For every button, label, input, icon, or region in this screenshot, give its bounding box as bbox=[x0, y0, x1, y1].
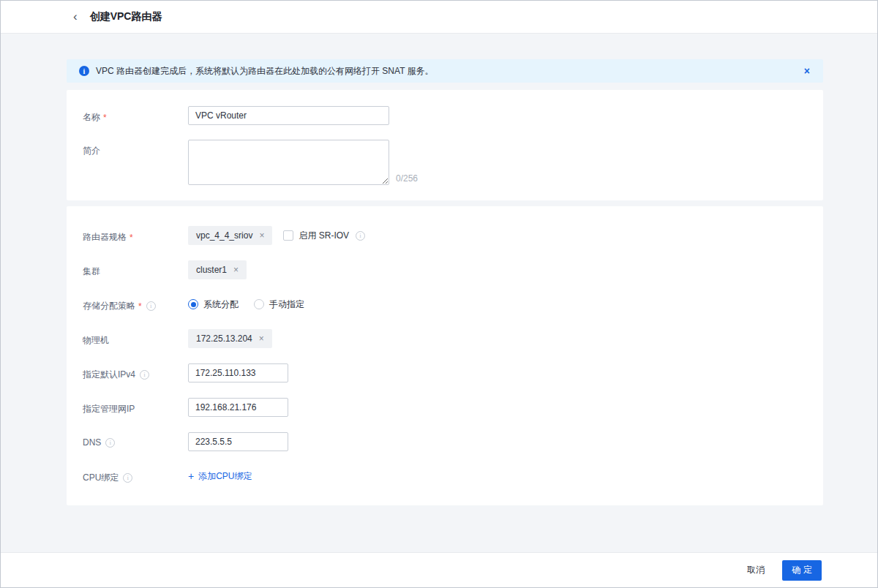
host-row: 物理机 172.25.13.204 × bbox=[83, 329, 823, 348]
mgmt-ip-label: 指定管理网IP bbox=[83, 398, 188, 415]
storage-policy-label-text: 存储分配策略 bbox=[83, 300, 135, 312]
add-cpu-pinning-link-text: 添加CPU绑定 bbox=[198, 470, 252, 483]
cpu-pinning-info-icon[interactable]: i bbox=[123, 473, 132, 483]
cpu-pinning-label: CPU绑定 i bbox=[83, 467, 188, 484]
mgmt-ip-input[interactable] bbox=[188, 398, 288, 417]
page-header: ‹ 创建VPC路由器 bbox=[1, 1, 877, 34]
required-asterisk: * bbox=[130, 233, 133, 243]
radio-circle bbox=[254, 299, 264, 309]
storage-policy-label: 存储分配策略 * i bbox=[83, 295, 188, 312]
sriov-checkbox-label: 启用 SR-IOV bbox=[299, 230, 349, 242]
storage-policy-info-icon[interactable]: i bbox=[146, 301, 156, 311]
router-spec-label: 路由器规格 * bbox=[83, 226, 188, 244]
page-title: 创建VPC路由器 bbox=[90, 10, 162, 23]
confirm-button[interactable]: 确定 bbox=[782, 560, 822, 581]
cpu-pinning-row: CPU绑定 i + 添加CPU绑定 bbox=[83, 467, 823, 486]
description-field-wrap: 0/256 bbox=[188, 140, 418, 185]
radio-label: 手动指定 bbox=[269, 298, 304, 311]
host-label-text: 物理机 bbox=[83, 334, 109, 347]
back-icon[interactable]: ‹ bbox=[73, 10, 78, 23]
snat-info-banner: i VPC 路由器创建完成后，系统将默认为路由器在此处加载的公有网络打开 SNA… bbox=[67, 59, 823, 83]
router-spec-label-text: 路由器规格 bbox=[83, 231, 127, 244]
char-counter: 0/256 bbox=[396, 173, 418, 185]
dns-input[interactable] bbox=[188, 432, 288, 451]
banner-close-icon[interactable]: × bbox=[803, 64, 811, 78]
storage-policy-row: 存储分配策略 * i 系统分配 手动指定 bbox=[83, 295, 823, 314]
mgmt-ip-label-text: 指定管理网IP bbox=[83, 403, 135, 415]
router-spec-tag: vpc_4_4_sriov × bbox=[188, 226, 272, 245]
cluster-label-text: 集群 bbox=[83, 265, 100, 278]
name-input[interactable] bbox=[188, 106, 389, 125]
dns-label-text: DNS bbox=[83, 437, 101, 448]
tag-close-icon[interactable]: × bbox=[259, 334, 264, 343]
description-label-text: 简介 bbox=[83, 145, 100, 157]
dns-label: DNS i bbox=[83, 432, 188, 448]
default-ipv4-row: 指定默认IPv4 i bbox=[83, 363, 823, 382]
page-content: i VPC 路由器创建完成后，系统将默认为路由器在此处加载的公有网络打开 SNA… bbox=[1, 34, 877, 552]
radio-label: 系统分配 bbox=[203, 298, 239, 311]
mgmt-ip-row: 指定管理网IP bbox=[83, 398, 823, 417]
create-vpc-router-page: ‹ 创建VPC路由器 i VPC 路由器创建完成后，系统将默认为路由器在此处加载… bbox=[0, 0, 878, 588]
tag-close-icon[interactable]: × bbox=[233, 265, 239, 274]
sriov-check-group: 启用 SR-IOV i bbox=[283, 226, 365, 245]
storage-policy-radio-group: 系统分配 手动指定 bbox=[188, 295, 304, 314]
router-config-card: 路由器规格 * vpc_4_4_sriov × 启用 SR-IOV i 集群 bbox=[67, 206, 823, 505]
name-label-text: 名称 bbox=[83, 111, 100, 124]
radio-circle bbox=[188, 299, 198, 309]
plus-icon: + bbox=[188, 471, 194, 481]
required-asterisk: * bbox=[138, 301, 142, 312]
host-tag: 172.25.13.204 × bbox=[188, 329, 272, 348]
radio-system-allocate[interactable]: 系统分配 bbox=[188, 298, 239, 311]
router-spec-tag-text: vpc_4_4_sriov bbox=[196, 230, 252, 241]
footer-action-bar: 取消 确定 bbox=[1, 552, 877, 587]
name-label: 名称 * bbox=[83, 106, 188, 124]
tag-close-icon[interactable]: × bbox=[259, 231, 264, 240]
radio-manual-specify[interactable]: 手动指定 bbox=[254, 298, 304, 311]
required-asterisk: * bbox=[103, 113, 107, 123]
cpu-pinning-label-text: CPU绑定 bbox=[83, 472, 119, 484]
sriov-checkbox[interactable] bbox=[283, 230, 293, 241]
default-ipv4-label: 指定默认IPv4 i bbox=[83, 363, 188, 381]
dns-info-icon[interactable]: i bbox=[105, 438, 115, 448]
dns-row: DNS i bbox=[83, 432, 823, 451]
cluster-label: 集群 bbox=[83, 260, 188, 278]
host-tag-text: 172.25.13.204 bbox=[196, 333, 252, 344]
info-icon: i bbox=[79, 66, 89, 76]
default-ipv4-info-icon[interactable]: i bbox=[140, 370, 149, 380]
description-textarea[interactable] bbox=[188, 140, 389, 185]
sriov-info-icon[interactable]: i bbox=[356, 231, 365, 241]
cluster-row: 集群 cluster1 × bbox=[83, 260, 823, 279]
cluster-tag: cluster1 × bbox=[188, 260, 247, 279]
default-ipv4-input[interactable] bbox=[188, 363, 288, 382]
name-row: 名称 * bbox=[83, 106, 823, 125]
banner-text: VPC 路由器创建完成后，系统将默认为路由器在此处加载的公有网络打开 SNAT … bbox=[96, 65, 434, 78]
add-cpu-pinning-link[interactable]: + 添加CPU绑定 bbox=[188, 467, 252, 486]
description-label: 简介 bbox=[83, 140, 188, 157]
host-label: 物理机 bbox=[83, 329, 188, 347]
default-ipv4-label-text: 指定默认IPv4 bbox=[83, 369, 135, 381]
cancel-button[interactable]: 取消 bbox=[747, 564, 765, 576]
router-spec-row: 路由器规格 * vpc_4_4_sriov × 启用 SR-IOV i bbox=[83, 226, 823, 245]
description-row: 简介 0/256 bbox=[83, 140, 823, 185]
basic-info-card: 名称 * 简介 0/256 bbox=[67, 90, 823, 200]
cluster-tag-text: cluster1 bbox=[196, 265, 227, 275]
